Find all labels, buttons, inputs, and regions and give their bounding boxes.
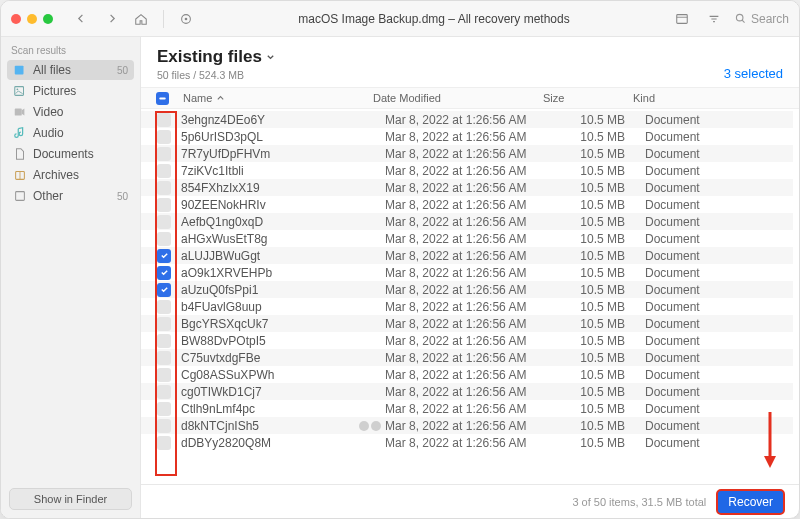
- recover-button[interactable]: Recover: [716, 489, 785, 515]
- sidebar-item-label: Archives: [33, 168, 79, 182]
- sidebar-item-video[interactable]: Video: [7, 102, 134, 122]
- sidebar-item-other[interactable]: Other50: [7, 186, 134, 206]
- row-checkbox[interactable]: [157, 385, 171, 399]
- col-date[interactable]: Date Modified: [373, 92, 543, 104]
- file-kind: Document: [645, 300, 783, 314]
- row-checkbox[interactable]: [157, 351, 171, 365]
- file-name: C75uvtxdgFBe: [181, 351, 357, 365]
- archive-icon: [13, 168, 27, 182]
- sidebar-item-pictures[interactable]: Pictures: [7, 81, 134, 101]
- row-checkbox[interactable]: [157, 419, 171, 433]
- sidebar-item-documents[interactable]: Documents: [7, 144, 134, 164]
- file-row[interactable]: BgcYRSXqcUk7Mar 8, 2022 at 1:26:56 AM10.…: [141, 315, 793, 332]
- sidebar-item-label: Pictures: [33, 84, 76, 98]
- picture-icon: [13, 84, 27, 98]
- file-row[interactable]: Ctlh9nLmf4pcMar 8, 2022 at 1:26:56 AM10.…: [141, 400, 793, 417]
- col-size[interactable]: Size: [543, 92, 633, 104]
- sidebar-item-label: Documents: [33, 147, 94, 161]
- file-row[interactable]: d8kNTCjnISh5Mar 8, 2022 at 1:26:56 AM10.…: [141, 417, 793, 434]
- row-checkbox[interactable]: [157, 147, 171, 161]
- file-date: Mar 8, 2022 at 1:26:56 AM: [385, 164, 555, 178]
- sidebar-item-label: Other: [33, 189, 63, 203]
- forward-button[interactable]: [99, 8, 123, 30]
- pane-title[interactable]: Existing files: [157, 47, 275, 67]
- sidebar-item-audio[interactable]: Audio: [7, 123, 134, 143]
- file-date: Mar 8, 2022 at 1:26:56 AM: [385, 113, 555, 127]
- minimize-window-button[interactable]: [27, 14, 37, 24]
- file-row[interactable]: aHGxWusEtT8gMar 8, 2022 at 1:26:56 AM10.…: [141, 230, 793, 247]
- main-pane: Existing files 50 files / 524.3 MB 3 sel…: [141, 37, 799, 518]
- row-checkbox[interactable]: [157, 283, 171, 297]
- row-checkbox[interactable]: [157, 181, 171, 195]
- file-kind: Document: [645, 215, 783, 229]
- sidebar-item-archives[interactable]: Archives: [7, 165, 134, 185]
- file-row[interactable]: aLUJJBWuGgtMar 8, 2022 at 1:26:56 AM10.5…: [141, 247, 793, 264]
- row-checkbox[interactable]: [157, 436, 171, 450]
- svg-rect-4: [15, 66, 24, 75]
- row-checkbox[interactable]: [157, 317, 171, 331]
- row-checkbox[interactable]: [157, 266, 171, 280]
- svg-rect-2: [677, 14, 688, 23]
- row-checkbox[interactable]: [157, 215, 171, 229]
- file-row[interactable]: cg0TIWkD1Cj7Mar 8, 2022 at 1:26:56 AM10.…: [141, 383, 793, 400]
- file-row[interactable]: dDBYy2820Q8MMar 8, 2022 at 1:26:56 AM10.…: [141, 434, 793, 451]
- back-button[interactable]: [69, 8, 93, 30]
- file-row[interactable]: 854FXhzIxX19Mar 8, 2022 at 1:26:56 AM10.…: [141, 179, 793, 196]
- sidebar-item-count: 50: [117, 65, 128, 76]
- file-row[interactable]: 90ZEENokHRIvMar 8, 2022 at 1:26:56 AM10.…: [141, 196, 793, 213]
- file-date: Mar 8, 2022 at 1:26:56 AM: [385, 232, 555, 246]
- select-all-checkbox[interactable]: [156, 92, 169, 105]
- file-row[interactable]: 5p6UrISD3pQLMar 8, 2022 at 1:26:56 AM10.…: [141, 128, 793, 145]
- row-checkbox[interactable]: [157, 249, 171, 263]
- file-size: 10.5 MB: [555, 249, 645, 263]
- col-name[interactable]: Name: [183, 92, 373, 104]
- file-row[interactable]: aUzuQ0fsPpi1Mar 8, 2022 at 1:26:56 AM10.…: [141, 281, 793, 298]
- file-kind: Document: [645, 147, 783, 161]
- close-window-button[interactable]: [11, 14, 21, 24]
- file-row[interactable]: 3ehgnz4DEo6YMar 8, 2022 at 1:26:56 AM10.…: [141, 111, 793, 128]
- file-name: dDBYy2820Q8M: [181, 436, 357, 450]
- file-kind: Document: [645, 368, 783, 382]
- row-checkbox[interactable]: [157, 198, 171, 212]
- filter-button[interactable]: [702, 8, 726, 30]
- file-row[interactable]: Cg08ASSuXPWhMar 8, 2022 at 1:26:56 AM10.…: [141, 366, 793, 383]
- file-list[interactable]: 3ehgnz4DEo6YMar 8, 2022 at 1:26:56 AM10.…: [141, 109, 799, 484]
- file-row[interactable]: 7ziKVc1ItbliMar 8, 2022 at 1:26:56 AM10.…: [141, 162, 793, 179]
- svg-point-3: [736, 14, 743, 21]
- home-button[interactable]: [129, 8, 153, 30]
- row-checkbox[interactable]: [157, 232, 171, 246]
- row-checkbox[interactable]: [157, 300, 171, 314]
- scan-button[interactable]: [174, 8, 198, 30]
- row-checkbox[interactable]: [157, 368, 171, 382]
- file-name: 7ziKVc1Itbli: [181, 164, 357, 178]
- file-row[interactable]: BW88DvPOtpI5Mar 8, 2022 at 1:26:56 AM10.…: [141, 332, 793, 349]
- window-title: macOS Image Backup.dmg – All recovery me…: [204, 12, 664, 26]
- file-row[interactable]: AefbQ1ng0xqDMar 8, 2022 at 1:26:56 AM10.…: [141, 213, 793, 230]
- file-row[interactable]: 7R7yUfDpFHVmMar 8, 2022 at 1:26:56 AM10.…: [141, 145, 793, 162]
- search-field[interactable]: Search: [734, 12, 789, 26]
- file-size: 10.5 MB: [555, 232, 645, 246]
- show-in-finder-button[interactable]: Show in Finder: [9, 488, 132, 510]
- selection-count[interactable]: 3 selected: [724, 66, 783, 81]
- sidebar-item-all-files[interactable]: All files50: [7, 60, 134, 80]
- file-date: Mar 8, 2022 at 1:26:56 AM: [385, 368, 555, 382]
- row-checkbox[interactable]: [157, 164, 171, 178]
- view-mode-button[interactable]: [670, 8, 694, 30]
- file-kind: Document: [645, 317, 783, 331]
- row-checkbox[interactable]: [157, 402, 171, 416]
- file-size: 10.5 MB: [555, 300, 645, 314]
- file-row[interactable]: C75uvtxdgFBeMar 8, 2022 at 1:26:56 AM10.…: [141, 349, 793, 366]
- row-checkbox[interactable]: [157, 334, 171, 348]
- file-date: Mar 8, 2022 at 1:26:56 AM: [385, 266, 555, 280]
- file-name: aHGxWusEtT8g: [181, 232, 357, 246]
- file-row[interactable]: aO9k1XRVEHPbMar 8, 2022 at 1:26:56 AM10.…: [141, 264, 793, 281]
- file-size: 10.5 MB: [555, 351, 645, 365]
- col-kind[interactable]: Kind: [633, 92, 783, 104]
- file-row[interactable]: b4FUavlG8uupMar 8, 2022 at 1:26:56 AM10.…: [141, 298, 793, 315]
- file-size: 10.5 MB: [555, 113, 645, 127]
- svg-rect-9: [16, 192, 25, 201]
- row-checkbox[interactable]: [157, 130, 171, 144]
- zoom-window-button[interactable]: [43, 14, 53, 24]
- sidebar-item-count: 50: [117, 191, 128, 202]
- row-checkbox[interactable]: [157, 113, 171, 127]
